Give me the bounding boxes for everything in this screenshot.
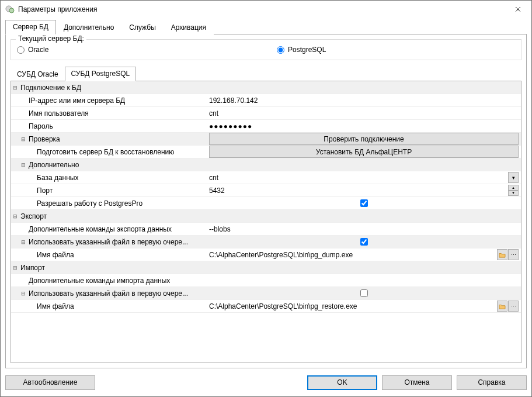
titlebar: Параметры приложения [1,1,531,18]
dbms-tabs: СУБД Oracle СУБД PostgreSQL [11,66,521,81]
group-connection: Подключение к БД [19,84,81,92]
radio-postgres-label: PostgreSQL [288,46,326,54]
tab-extra[interactable]: Дополнительно [56,20,121,35]
label-import-file: Имя файла [36,302,74,310]
expander-icon[interactable]: ⊟ [19,162,27,168]
button-check-connection[interactable]: Проверить подключение [209,133,519,145]
expander-icon[interactable]: ⊟ [11,213,19,219]
main-tabs: Сервер БД Дополнительно Службы Архивация [5,19,527,34]
label-prepare-restore: Подготовить сервер БД к восстановлению [36,148,174,156]
label-export-use-file: Использовать указанный файл в первую оче… [27,238,188,246]
tab-dbms-postgres[interactable]: СУБД PostgreSQL [65,67,137,81]
window-body: Сервер БД Дополнительно Службы Архивация… [1,18,531,368]
label-export-extra-cmd: Дополнительные команды экспорта данных [27,225,172,233]
label-postgrespro: Разрешать работу с PostgresPro [36,199,142,208]
dialog-footer: Автообновление OK Отмена Справка [1,368,531,396]
app-window: Параметры приложения Сервер БД Дополните… [0,0,532,397]
tab-dbms-oracle[interactable]: СУБД Oracle [11,67,65,82]
expander-icon[interactable]: ⊟ [19,291,27,296]
label-ip: IP-адрес или имя сервера БД [27,96,125,105]
folder-icon[interactable] [497,249,507,260]
dbms-tabpage-postgres: ⊟Подключение к БД IP-адрес или имя серве… [11,81,521,363]
radio-postgres[interactable]: PostgreSQL [277,46,326,54]
expander-icon[interactable]: ⊟ [11,265,19,271]
expander-icon[interactable]: ⊟ [19,136,27,142]
value-export-file[interactable]: C:\AlphaCenter\PostgreSQL\bin\pg_dump.ex… [209,251,496,259]
value-ip[interactable]: 192.168.70.142 [209,96,258,105]
tab-services[interactable]: Службы [121,20,163,35]
port-spinner[interactable]: ▲▼ [508,185,519,196]
label-user: Имя пользователя [27,109,89,118]
property-grid: ⊟Подключение к БД IP-адрес или имя серве… [11,81,521,313]
button-install-db[interactable]: Установить БД АльфаЦЕНТР [209,146,519,158]
ellipsis-icon[interactable]: ⋯ [508,301,519,312]
autoupdate-button[interactable]: Автообновление [5,375,95,390]
chevron-down-icon[interactable]: ▼ [508,191,519,196]
value-database[interactable]: cnt [209,174,507,182]
help-button[interactable]: Справка [457,375,527,390]
label-import-extra-cmd: Дополнительные команды импорта данных [27,277,170,285]
value-port[interactable]: 5432 [209,187,508,195]
label-export-file: Имя файла [36,251,74,259]
tab-archive[interactable]: Архивация [164,20,214,35]
value-export-extra-cmd[interactable]: --blobs [209,225,231,233]
radio-oracle-input[interactable] [17,46,25,54]
expander-icon[interactable]: ⊟ [19,239,27,245]
close-button[interactable] [505,1,531,18]
radio-oracle-label: Oracle [28,46,48,54]
svg-point-1 [9,8,14,13]
groupbox-current-server: Текущий сервер БД: Oracle PostgreSQL [11,39,521,60]
chevron-down-icon[interactable]: ▾ [508,172,519,183]
label-import-use-file: Использовать указанный файл в первую оче… [27,289,188,298]
tabpage-server-db: Текущий сервер БД: Oracle PostgreSQL СУБ… [5,34,527,368]
group-import: Импорт [19,264,45,272]
label-database: База данных [36,174,78,182]
folder-icon[interactable] [497,301,507,312]
value-import-extra-cmd[interactable] [207,274,521,286]
app-icon [5,5,15,14]
group-check: Проверка [27,135,60,143]
label-port: Порт [36,187,53,195]
group-export: Экспорт [19,212,47,220]
cancel-button[interactable]: Отмена [382,375,452,390]
groupbox-legend: Текущий сервер БД: [16,34,86,43]
expander-icon[interactable]: ⊟ [11,85,19,91]
radio-oracle[interactable]: Oracle [17,46,277,54]
ellipsis-icon[interactable]: ⋯ [508,249,519,260]
ok-button[interactable]: OK [307,375,377,390]
checkbox-export-use-file[interactable] [360,238,368,246]
radio-postgres-input[interactable] [277,46,284,54]
checkbox-postgrespro[interactable] [360,199,368,207]
value-user[interactable]: cnt [209,109,218,118]
value-password[interactable]: ●●●●●●●●● [209,122,252,130]
value-import-file[interactable]: C:\AlphaCenter\PostgreSQL\bin\pg_restore… [209,302,496,310]
label-password: Пароль [27,122,53,130]
chevron-up-icon[interactable]: ▲ [508,185,519,191]
window-title: Параметры приложения [18,5,505,13]
checkbox-import-use-file[interactable] [360,289,368,297]
tab-server-db[interactable]: Сервер БД [5,20,56,34]
group-extra: Дополнительно [27,161,79,169]
